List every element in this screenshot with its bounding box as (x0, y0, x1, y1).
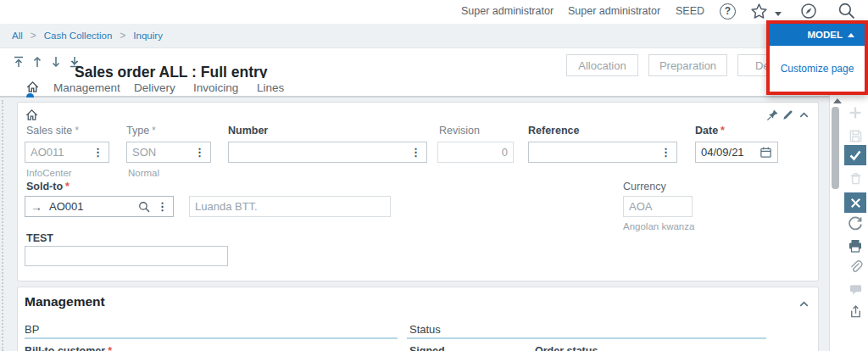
favorites-caret-icon[interactable] (775, 12, 782, 16)
tab-home-icon[interactable] (25, 80, 40, 94)
calendar-icon[interactable] (760, 146, 772, 159)
signed-label: Signed (409, 345, 445, 351)
reference-label: Reference (528, 125, 579, 136)
currency-label: Currency (623, 181, 666, 192)
menu-user-name[interactable]: Super administrator (568, 5, 660, 17)
revision-input: 0 (437, 142, 514, 163)
sales-site-input[interactable]: AO011 ⋮ (25, 142, 109, 163)
jump-to-record-icon[interactable]: → (31, 200, 42, 214)
currency-input: AOA (623, 196, 693, 217)
currency-helper: Angolan kwanza (623, 221, 694, 231)
add-button[interactable] (844, 103, 866, 123)
sold-to-lookup-icon[interactable]: ⋮ (153, 203, 168, 211)
section-home-icon[interactable] (25, 108, 39, 122)
type-lookup-icon[interactable]: ⋮ (191, 148, 205, 157)
bill-to-customer-label-text: Bill-to customer (25, 345, 105, 351)
type-value: SON (132, 146, 191, 159)
type-required: * (152, 125, 156, 136)
scroll-up-icon[interactable] (833, 98, 842, 103)
sold-to-name-value: Luanda BTT. (195, 200, 385, 213)
status-section-title: Status (409, 323, 441, 336)
model-button-label: MODEL (807, 30, 843, 40)
date-value: 04/09/21 (701, 146, 760, 159)
compass-icon[interactable] (800, 3, 817, 20)
tab-management[interactable]: Management (53, 81, 120, 94)
number-input[interactable]: ⋮ (228, 142, 427, 163)
help-icon[interactable]: ? (720, 3, 736, 20)
bill-to-customer-label: Bill-to customer* (25, 345, 112, 351)
model-button[interactable]: MODEL (770, 24, 865, 46)
comment-button[interactable] (844, 279, 866, 299)
delete-button[interactable] (844, 168, 866, 188)
attachment-button[interactable] (844, 257, 866, 277)
print-button[interactable] (844, 236, 866, 256)
topbar: Super administrator Super administrator … (0, 0, 868, 24)
number-lookup-icon[interactable]: ⋮ (407, 148, 421, 157)
refresh-button[interactable] (844, 214, 866, 234)
export-button[interactable] (844, 301, 866, 321)
tab-lines[interactable]: Lines (257, 81, 284, 94)
save-button[interactable] (844, 125, 866, 146)
sales-site-helper: InfoCenter (26, 168, 72, 178)
sales-site-value: AO011 (31, 146, 89, 159)
date-input[interactable]: 04/09/21 (695, 142, 778, 163)
type-label: Type* (126, 125, 156, 136)
preparation-button[interactable]: Preparation (648, 54, 727, 76)
left-panel-handle[interactable] (2, 100, 3, 351)
first-record-icon[interactable] (12, 55, 25, 69)
bill-to-customer-required: * (108, 345, 112, 351)
sales-site-lookup-icon[interactable]: ⋮ (89, 148, 103, 157)
sold-to-search-icon[interactable] (138, 201, 150, 213)
menu-user-role[interactable]: Super administrator (461, 5, 554, 17)
model-menu: Customize page (770, 46, 865, 92)
pin-icon[interactable] (766, 109, 779, 121)
cancel-button[interactable] (844, 192, 866, 213)
test-input[interactable] (25, 246, 228, 266)
previous-record-icon[interactable] (31, 55, 44, 69)
menu-endpoint[interactable]: SEED (676, 5, 704, 17)
search-icon[interactable] (837, 2, 855, 20)
confirm-button[interactable] (844, 145, 866, 165)
header-panel: Sales site* Type* Number Revision Refere… (17, 102, 819, 281)
collapse-management-icon[interactable] (798, 298, 810, 310)
sales-site-required: * (75, 125, 79, 136)
sold-to-label: Sold-to* (26, 181, 70, 192)
revision-value: 0 (443, 146, 508, 159)
reference-input[interactable]: ⋮ (528, 142, 677, 163)
bp-section-title: BP (25, 323, 39, 336)
currency-value: AOA (629, 200, 687, 213)
sold-to-label-text: Sold-to (26, 181, 63, 192)
test-label: TEST (26, 232, 53, 244)
sold-to-input[interactable]: → AO001 ⋮ (25, 196, 174, 217)
sales-site-label-text: Sales site (26, 125, 72, 136)
type-helper: Normal (128, 168, 159, 178)
breadcrumb-item-all[interactable]: All (12, 31, 23, 41)
menu-item-customize-page[interactable]: Customize page (781, 63, 854, 75)
edit-pencil-icon[interactable] (782, 109, 794, 121)
bp-section-underline (25, 337, 398, 339)
date-required: * (721, 125, 725, 136)
status-section-underline (407, 337, 766, 339)
reference-lookup-icon[interactable]: ⋮ (657, 148, 671, 157)
scrollbar-thumb[interactable] (832, 107, 839, 189)
sold-to-required: * (65, 181, 70, 192)
sales-site-label: Sales site* (26, 125, 79, 136)
date-label-text: Date (695, 125, 718, 136)
number-label: Number (228, 125, 268, 136)
breadcrumb-separator: > (120, 30, 125, 42)
breadcrumb-item-cash-collection[interactable]: Cash Collection (44, 31, 113, 41)
date-label: Date* (695, 125, 725, 136)
favorites-star-icon[interactable] (750, 3, 768, 20)
allocation-button[interactable]: Allocation (566, 54, 638, 76)
management-panel: Management BP Status Bill-to customer* S… (17, 287, 819, 351)
collapse-panel-icon[interactable] (798, 109, 810, 121)
right-toolbar (829, 92, 868, 351)
type-input[interactable]: SON ⋮ (126, 142, 211, 163)
tab-invoicing[interactable]: Invoicing (193, 81, 238, 94)
breadcrumb-item-inquiry[interactable]: Inquiry (133, 31, 163, 41)
breadcrumb: All > Cash Collection > Inquiry (0, 24, 868, 48)
tab-delivery[interactable]: Delivery (134, 81, 175, 94)
model-caret-up-icon (848, 33, 854, 37)
breadcrumb-separator: > (31, 30, 36, 42)
next-record-icon[interactable] (49, 55, 63, 69)
